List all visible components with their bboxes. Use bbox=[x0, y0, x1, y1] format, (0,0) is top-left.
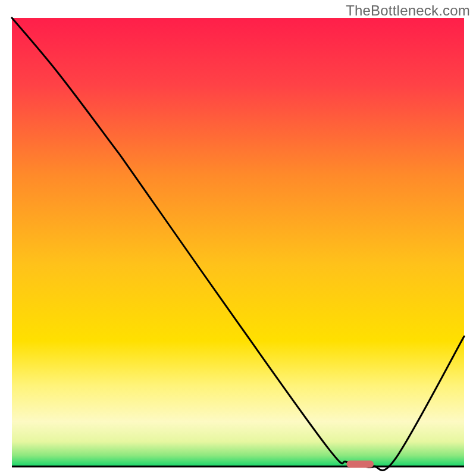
chart-container: TheBottleneck.com bbox=[0, 0, 476, 476]
plot-background bbox=[12, 18, 464, 466]
plot-area bbox=[12, 18, 464, 471]
optimum-marker bbox=[346, 461, 374, 468]
watermark-text: TheBottleneck.com bbox=[346, 2, 470, 19]
chart-svg bbox=[0, 0, 476, 476]
